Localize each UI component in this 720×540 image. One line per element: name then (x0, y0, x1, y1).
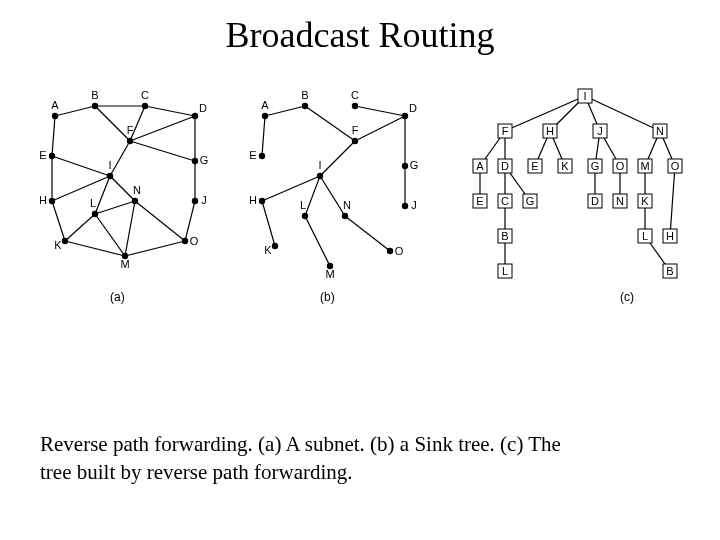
svg-text:F: F (352, 124, 359, 136)
svg-line-8 (52, 156, 110, 176)
svg-line-43 (262, 116, 265, 156)
diagram-c: IFHJNADEKGOMOECGDNKBLLHB(c) (470, 86, 700, 316)
svg-text:A: A (261, 99, 269, 111)
svg-line-48 (320, 176, 345, 216)
node-L2: L (638, 229, 652, 243)
node-N: N (653, 124, 667, 138)
node-L (92, 211, 98, 217)
svg-line-11 (52, 201, 65, 241)
svg-text:M: M (640, 160, 649, 172)
svg-line-4 (95, 106, 130, 141)
node-A (52, 113, 58, 119)
svg-line-40 (320, 141, 355, 176)
svg-line-87 (670, 166, 675, 236)
svg-text:D: D (591, 195, 599, 207)
node-B2: B (663, 264, 677, 278)
svg-line-50 (305, 216, 330, 266)
svg-line-41 (305, 106, 355, 141)
svg-line-19 (135, 201, 185, 241)
svg-line-46 (262, 176, 320, 201)
svg-line-22 (130, 141, 195, 161)
node-H (49, 198, 55, 204)
svg-line-18 (125, 201, 135, 256)
svg-text:B: B (501, 230, 508, 242)
node-G (402, 163, 408, 169)
svg-text:B: B (91, 89, 98, 101)
svg-text:J: J (201, 194, 207, 206)
node-A (262, 113, 268, 119)
node-B: B (498, 229, 512, 243)
diagram-b: ABCDEFGHIJKLMNO(b) (250, 86, 450, 316)
node-D (192, 113, 198, 119)
svg-line-14 (110, 176, 135, 201)
node-O: O (613, 159, 627, 173)
svg-text:C: C (501, 195, 509, 207)
node-H (259, 198, 265, 204)
svg-text:K: K (264, 244, 272, 256)
svg-text:I: I (108, 159, 111, 171)
svg-text:B: B (666, 265, 673, 277)
svg-text:H: H (666, 230, 674, 242)
caption-line-2: tree built by reverse path forwarding. (40, 460, 353, 484)
node-L: L (498, 264, 512, 278)
node-K (62, 238, 68, 244)
svg-text:N: N (343, 199, 351, 211)
node-O (182, 238, 188, 244)
svg-line-23 (95, 201, 135, 214)
svg-line-15 (65, 214, 95, 241)
node-C: C (498, 194, 512, 208)
diagram-a: ABCDEFGHIJKLMNO(a) (40, 86, 240, 316)
svg-text:F: F (127, 124, 134, 136)
node-K2: K (638, 194, 652, 208)
svg-text:K: K (561, 160, 569, 172)
node-C (142, 103, 148, 109)
svg-text:N: N (133, 184, 141, 196)
svg-line-44 (355, 116, 405, 141)
svg-text:L: L (642, 230, 648, 242)
node-D: D (498, 159, 512, 173)
svg-text:I: I (318, 159, 321, 171)
svg-text:N: N (616, 195, 624, 207)
node-M: M (638, 159, 652, 173)
node-J (192, 198, 198, 204)
node-F (352, 138, 358, 144)
svg-text:E: E (476, 195, 483, 207)
svg-text:E: E (531, 160, 538, 172)
node-F: F (498, 124, 512, 138)
node-G: G (588, 159, 602, 173)
svg-text:G: G (410, 159, 419, 171)
svg-text:M: M (325, 268, 334, 280)
svg-text:A: A (476, 160, 484, 172)
svg-line-42 (265, 106, 305, 116)
node-J: J (593, 124, 607, 138)
node-C (352, 103, 358, 109)
node-N (342, 213, 348, 219)
node-E: E (528, 159, 542, 173)
node-J (402, 203, 408, 209)
svg-text:L: L (300, 199, 306, 211)
node-G2: G (523, 194, 537, 208)
node-D (402, 113, 408, 119)
svg-text:O: O (395, 245, 404, 257)
node-E2: E (473, 194, 487, 208)
subfigure-label: (a) (110, 290, 125, 304)
svg-text:L: L (502, 265, 508, 277)
node-O (387, 248, 393, 254)
svg-text:C: C (351, 89, 359, 101)
svg-text:O: O (616, 160, 625, 172)
node-D2: D (588, 194, 602, 208)
node-H2: H (663, 229, 677, 243)
page-title: Broadcast Routing (0, 14, 720, 56)
node-I: I (578, 89, 592, 103)
svg-text:H: H (546, 125, 554, 137)
svg-text:B: B (301, 89, 308, 101)
svg-line-21 (125, 241, 185, 256)
svg-text:H: H (250, 194, 257, 206)
svg-text:H: H (40, 194, 47, 206)
svg-text:K: K (641, 195, 649, 207)
figure-area: ABCDEFGHIJKLMNO(a) ABCDEFGHIJKLMNO(b) IF… (20, 86, 700, 336)
svg-text:L: L (90, 197, 96, 209)
node-O2: O (668, 159, 682, 173)
svg-text:N: N (656, 125, 664, 137)
node-K: K (558, 159, 572, 173)
